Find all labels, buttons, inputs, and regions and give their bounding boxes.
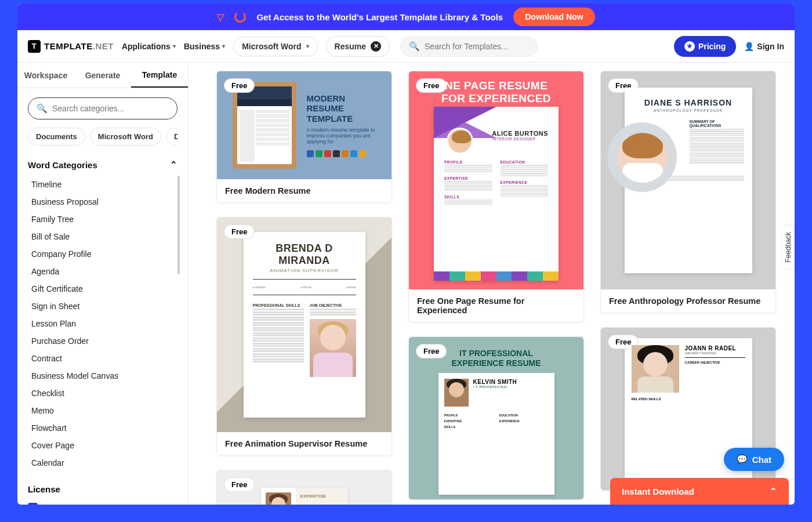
- free-badge: Free: [224, 78, 255, 93]
- chat-widget[interactable]: 💬Chat: [724, 448, 784, 471]
- cat-item[interactable]: Memo: [28, 402, 177, 419]
- cat-item[interactable]: Cover Page: [28, 437, 177, 454]
- cat-item[interactable]: Checklist: [28, 385, 177, 402]
- global-search[interactable]: 🔍: [400, 36, 538, 57]
- cat-item[interactable]: Bill of Sale: [28, 228, 177, 245]
- cat-item[interactable]: Purchase Order: [28, 332, 177, 350]
- pricing-button[interactable]: ★Pricing: [674, 36, 736, 57]
- download-now-button[interactable]: Download Now: [513, 8, 594, 26]
- license-section: License ✓Free Pro: [28, 484, 177, 505]
- template-card[interactable]: Free IT PROFESSIONALEXPERIENCE RESUME KE…: [408, 336, 584, 500]
- chat-icon: 💬: [737, 454, 748, 465]
- cat-item[interactable]: Business Proposal: [28, 193, 177, 211]
- free-badge: Free: [416, 344, 447, 358]
- template-thumb: Free EXPERTISE: [217, 470, 392, 505]
- search-input[interactable]: [425, 42, 529, 51]
- template-title: Free Anthropology Professor Resume: [601, 289, 775, 313]
- header: T TEMPLATE.NET Applications▾ Business▾ M…: [17, 30, 795, 63]
- promo-text: Get Access to the World's Largest Templa…: [256, 12, 503, 22]
- nav-business[interactable]: Business▾: [184, 42, 225, 51]
- cat-item[interactable]: Lesson Plan: [28, 315, 177, 332]
- cat-item[interactable]: Sign in Sheet: [28, 298, 177, 315]
- template-title: Free Modern Resume: [217, 179, 392, 202]
- search-icon: 🔍: [37, 103, 48, 114]
- instant-download-bar[interactable]: Instant Download⌃: [610, 478, 789, 505]
- user-icon: 👤: [744, 42, 754, 51]
- cat-item[interactable]: Business Model Canvas: [28, 367, 177, 385]
- template-thumb: Free NE PAGE RESUMEFOR EXPERIENCED ALICE…: [409, 71, 583, 289]
- cat-item[interactable]: Company Profile: [28, 245, 177, 263]
- logo[interactable]: T TEMPLATE.NET: [28, 40, 114, 53]
- chevron-up-icon: ⌃: [770, 486, 777, 496]
- license-free[interactable]: ✓Free: [28, 500, 177, 505]
- template-thumb: Free MODERNRESUMETEMPLATE A modern resum…: [217, 71, 392, 179]
- chip-microsoft-word[interactable]: Microsoft Word: [90, 128, 161, 146]
- template-thumb: Free BRENDA D MIRANDA ANIMATION SUPERVIS…: [217, 217, 392, 432]
- nav-applications[interactable]: Applications▾: [122, 42, 176, 51]
- tab-template[interactable]: Template: [131, 63, 188, 88]
- chevron-down-icon: ▾: [222, 43, 225, 49]
- template-thumb: Free DIANE S HARRISON ANTHROPOLOGY PROFE…: [601, 71, 775, 289]
- chip-documents[interactable]: Documents: [28, 128, 85, 146]
- tab-workspace[interactable]: Workspace: [17, 63, 74, 88]
- template-title: Free Animation Supervisor Resume: [217, 432, 392, 455]
- arrow-down-icon: ▽: [217, 12, 224, 23]
- template-title: Free One Page Resume for Experienced: [409, 289, 583, 322]
- template-gallery: Free MODERNRESUMETEMPLATE A modern resum…: [188, 63, 795, 505]
- crown-icon: ★: [684, 41, 695, 52]
- template-card[interactable]: Free BRENDA D MIRANDA ANIMATION SUPERVIS…: [216, 217, 392, 456]
- template-card[interactable]: Free DIANE S HARRISON ANTHROPOLOGY PROFE…: [600, 71, 776, 313]
- chip-row: Documents Microsoft Word Des ›: [28, 128, 177, 146]
- tab-generate[interactable]: Generate: [74, 63, 131, 88]
- sidebar-tabs: Workspace Generate Template: [17, 63, 188, 88]
- cat-item[interactable]: Timeline: [28, 176, 177, 193]
- cat-item[interactable]: Agenda: [28, 263, 177, 280]
- cat-item[interactable]: Flowchart: [28, 419, 177, 437]
- promo-banner: ▽ Get Access to the World's Largest Temp…: [17, 3, 795, 30]
- template-thumb: Free IT PROFESSIONALEXPERIENCE RESUME KE…: [409, 337, 583, 499]
- search-icon: 🔍: [409, 41, 420, 52]
- cat-item[interactable]: Calendar: [28, 454, 177, 472]
- loading-icon: [234, 11, 246, 23]
- sidebar: Workspace Generate Template 🔍 Documents …: [17, 63, 188, 505]
- cat-item[interactable]: Gift Certificate: [28, 280, 177, 298]
- category-list: Timeline Business Proposal Family Tree B…: [28, 176, 177, 472]
- category-search[interactable]: 🔍: [28, 97, 177, 119]
- filter-pill-msword[interactable]: Microsoft Word▾: [233, 37, 317, 56]
- filter-pill-resume[interactable]: Resume✕: [326, 36, 390, 57]
- sign-in-link[interactable]: 👤Sign In: [744, 42, 784, 51]
- chevron-up-icon: ⌃: [170, 160, 177, 170]
- template-card[interactable]: Free MODERNRESUMETEMPLATE A modern resum…: [216, 71, 392, 203]
- checkbox-checked-icon[interactable]: ✓: [28, 503, 38, 505]
- cat-item[interactable]: Family Tree: [28, 211, 177, 228]
- chevron-down-icon: ▾: [173, 43, 176, 49]
- feedback-tab[interactable]: Feedback: [782, 226, 795, 269]
- template-card[interactable]: Free EXPERTISE: [216, 470, 392, 505]
- category-search-input[interactable]: [52, 104, 169, 113]
- logo-icon: T: [28, 40, 41, 53]
- template-card[interactable]: Free NE PAGE RESUMEFOR EXPERIENCED ALICE…: [408, 71, 584, 322]
- free-badge: Free: [224, 477, 255, 492]
- chevron-down-icon: ▾: [306, 43, 309, 49]
- free-badge: Free: [224, 224, 255, 239]
- chip-designs[interactable]: Des: [166, 128, 177, 146]
- section-word-categories[interactable]: Word Categories⌃: [28, 160, 177, 170]
- close-icon[interactable]: ✕: [371, 41, 381, 52]
- license-heading: License: [28, 484, 177, 494]
- logo-text: TEMPLATE.NET: [44, 41, 114, 51]
- cat-item[interactable]: Contract: [28, 350, 177, 367]
